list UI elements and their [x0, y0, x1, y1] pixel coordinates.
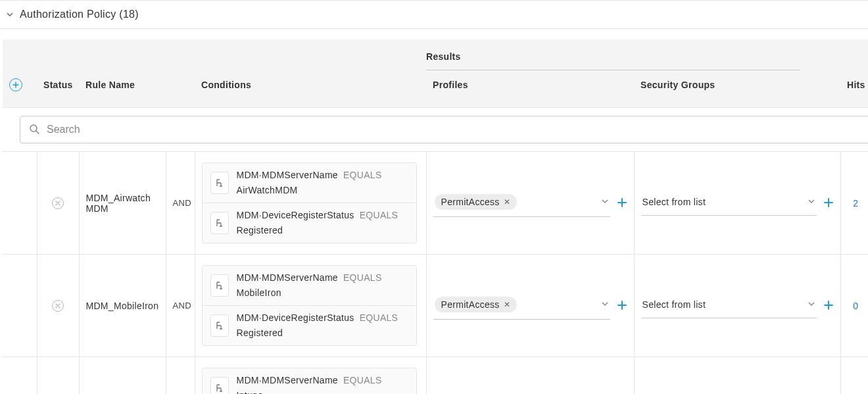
conditions-list: MDM·MDMServerName EQUALS Intune MDM·Devi… — [202, 368, 417, 394]
add-profile-button[interactable] — [617, 299, 627, 312]
profile-chip[interactable]: PermitAccess ✕ — [435, 297, 518, 312]
hits-count[interactable]: 2 — [853, 198, 858, 209]
condition-row[interactable]: MDM·MDMServerName EQUALS Intune — [203, 368, 416, 394]
condition-attribute: MDM·MDMServerName — [237, 374, 338, 387]
header-security-groups: Security Groups — [634, 70, 840, 108]
header-status: Status — [37, 70, 79, 108]
condition-operator: EQUALS — [360, 311, 398, 325]
chevron-down-icon — [601, 197, 609, 207]
add-security-group-button[interactable] — [823, 197, 834, 210]
hits-count[interactable]: 0 — [853, 301, 858, 311]
condition-attribute: MDM·MDMServerName — [237, 271, 338, 285]
rule-name: MDM_Airwatch MDM — [86, 193, 151, 214]
condition-row[interactable]: MDM·DeviceRegisterStatus EQUALS Register… — [203, 305, 416, 345]
add-security-group-button[interactable] — [823, 299, 834, 312]
condition-attribute-icon — [210, 377, 229, 394]
join-operator: AND — [173, 301, 191, 310]
profiles-select[interactable]: PermitAccess ✕ — [433, 189, 610, 217]
security-groups-select[interactable]: Select from list — [641, 293, 817, 318]
condition-value: Registered — [237, 326, 283, 340]
header-hits: Hits — [840, 70, 868, 108]
policy-table: Results Status Rule Name Conditions Prof… — [3, 39, 868, 394]
condition-value: Registered — [237, 224, 283, 237]
table-row: MDM_Intune AND MDM·MDMServerName EQUALS … — [3, 357, 868, 395]
conditions-list: MDM·MDMServerName EQUALS AirWatchMDM MDM… — [202, 162, 417, 243]
condition-row[interactable]: MDM·DeviceRegisterStatus EQUALS Register… — [203, 203, 416, 243]
chevron-down-icon — [5, 10, 14, 19]
section-header[interactable]: Authorization Policy (18) — [0, 0, 868, 29]
add-rule-button[interactable] — [9, 78, 22, 91]
status-disabled-icon[interactable] — [52, 300, 64, 312]
condition-row[interactable]: MDM·MDMServerName EQUALS MobileIron — [203, 266, 416, 305]
conditions-list: MDM·MDMServerName EQUALS MobileIron MDM·… — [202, 265, 417, 346]
status-disabled-icon[interactable] — [52, 197, 64, 209]
search-box[interactable] — [20, 116, 868, 143]
join-operator: AND — [173, 198, 191, 208]
table-row: MDM_Airwatch MDM AND MDM·MDMServerName E… — [3, 152, 868, 255]
header-rule-name: Rule Name — [79, 70, 195, 108]
search-input[interactable] — [47, 124, 862, 135]
header-profiles: Profiles — [426, 70, 634, 108]
profile-chip[interactable]: PermitAccess ✕ — [435, 194, 518, 210]
policy-table-wrap: Results Status Rule Name Conditions Prof… — [3, 39, 865, 394]
table-row: MDM_MobileIron AND MDM·MDMServerName EQU… — [3, 255, 868, 357]
chip-remove-icon[interactable]: ✕ — [504, 300, 510, 309]
chevron-down-icon — [601, 299, 609, 310]
chevron-down-icon — [808, 197, 815, 207]
chip-remove-icon[interactable]: ✕ — [504, 197, 510, 207]
search-icon — [28, 123, 40, 137]
condition-attribute: MDM·MDMServerName — [237, 168, 338, 182]
condition-row[interactable]: MDM·MDMServerName EQUALS AirWatchMDM — [203, 163, 416, 203]
security-groups-select[interactable]: Select from list — [641, 191, 817, 216]
condition-attribute-icon — [210, 274, 229, 297]
section-title: Authorization Policy (18) — [20, 9, 139, 20]
condition-operator: EQUALS — [343, 374, 382, 387]
condition-value: MobileIron — [237, 286, 281, 300]
condition-operator: EQUALS — [360, 209, 398, 222]
condition-attribute: MDM·DeviceRegisterStatus — [237, 311, 354, 325]
condition-operator: EQUALS — [343, 168, 382, 182]
header-results-group: Results — [426, 51, 834, 62]
condition-attribute: MDM·DeviceRegisterStatus — [237, 209, 354, 222]
add-profile-button[interactable] — [617, 197, 627, 210]
chevron-down-icon — [808, 299, 815, 310]
condition-attribute-icon — [210, 314, 229, 337]
condition-attribute-icon — [210, 212, 229, 234]
condition-value: AirWatchMDM — [237, 184, 298, 197]
condition-attribute-icon — [210, 172, 229, 194]
condition-operator: EQUALS — [343, 271, 382, 285]
header-conditions: Conditions — [195, 70, 426, 108]
condition-value: Intune — [237, 389, 264, 394]
profiles-select[interactable]: PermitAccess ✕ — [433, 291, 610, 320]
rule-name: MDM_MobileIron — [86, 301, 159, 311]
